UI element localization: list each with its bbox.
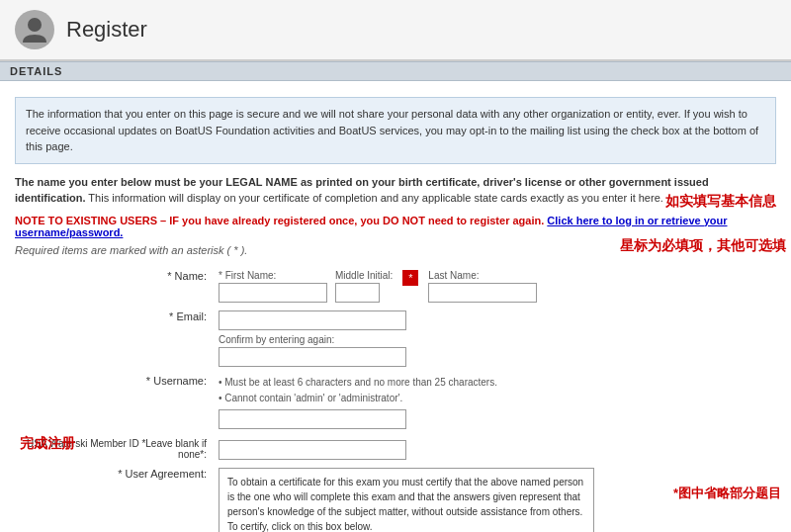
- confirm-email-label: Confirm by entering again:: [219, 334, 770, 345]
- legal-name-notice: The name you enter below must be your LE…: [15, 174, 776, 207]
- name-fields: * First Name: Middle Initial: * Last Nam…: [219, 270, 770, 303]
- waterski-input[interactable]: [219, 440, 406, 460]
- waterski-field-cell: [213, 433, 776, 464]
- avatar: [15, 10, 54, 49]
- first-name-group: * First Name:: [219, 270, 327, 303]
- user-agreement-box[interactable]: To obtain a certificate for this exam yo…: [219, 468, 594, 533]
- security-notice: The information that you enter on this p…: [15, 97, 776, 164]
- last-name-group: Last Name:: [428, 270, 537, 303]
- annotation-fill-info: 如实填写基本信息: [665, 193, 776, 211]
- confirm-email-input[interactable]: [219, 347, 406, 367]
- username-rules: • Must be at least 6 characters and no m…: [219, 375, 770, 406]
- page-header: Register: [0, 0, 791, 61]
- name-fields-cell: * First Name: Middle Initial: * Last Nam…: [213, 266, 776, 307]
- page-title: Register: [66, 17, 147, 43]
- email-label: * Email:: [15, 307, 213, 371]
- annotation-omit-note: *图中省略部分题目: [673, 485, 781, 502]
- username-row: * Username: • Must be at least 6 charact…: [15, 371, 776, 433]
- content-area: The information that you enter on this p…: [0, 89, 791, 532]
- user-agreement-label: * User Agreement:: [15, 464, 213, 533]
- username-label: * Username:: [15, 371, 213, 433]
- email-input[interactable]: [219, 310, 406, 330]
- svg-point-0: [28, 18, 42, 32]
- username-fields-cell: • Must be at least 6 characters and no m…: [213, 371, 776, 433]
- section-details-header: DETAILS: [0, 61, 791, 81]
- username-input[interactable]: [219, 409, 406, 429]
- annotation-required-star: 星标为必填项，其他可选填: [620, 237, 786, 255]
- last-name-input[interactable]: [428, 283, 537, 303]
- user-agreement-row: * User Agreement: To obtain a certificat…: [15, 464, 776, 533]
- registration-form: * Name: * First Name: Middle Initial:: [15, 266, 776, 533]
- email-fields-cell: Confirm by entering again:: [213, 307, 776, 371]
- email-row: * Email: Confirm by entering again:: [15, 307, 776, 371]
- agreement-intro: To obtain a certificate for this exam yo…: [227, 475, 585, 533]
- first-name-label: * First Name:: [219, 270, 327, 281]
- last-name-label: Last Name:: [428, 270, 537, 281]
- required-star-icon: *: [402, 270, 418, 286]
- middle-initial-input[interactable]: [335, 283, 380, 303]
- middle-initial-label: Middle Initial:: [335, 270, 393, 281]
- first-name-input[interactable]: [219, 283, 327, 303]
- existing-users-note: NOTE TO EXISTING USERS – IF you have alr…: [15, 215, 776, 238]
- name-row: * Name: * First Name: Middle Initial:: [15, 266, 776, 307]
- annotation-complete-reg: 完成注册: [20, 435, 75, 453]
- waterski-row: USA Waterski Member ID *Leave blank if n…: [15, 433, 776, 464]
- name-label: * Name:: [15, 266, 213, 307]
- middle-initial-group: Middle Initial:: [335, 270, 393, 303]
